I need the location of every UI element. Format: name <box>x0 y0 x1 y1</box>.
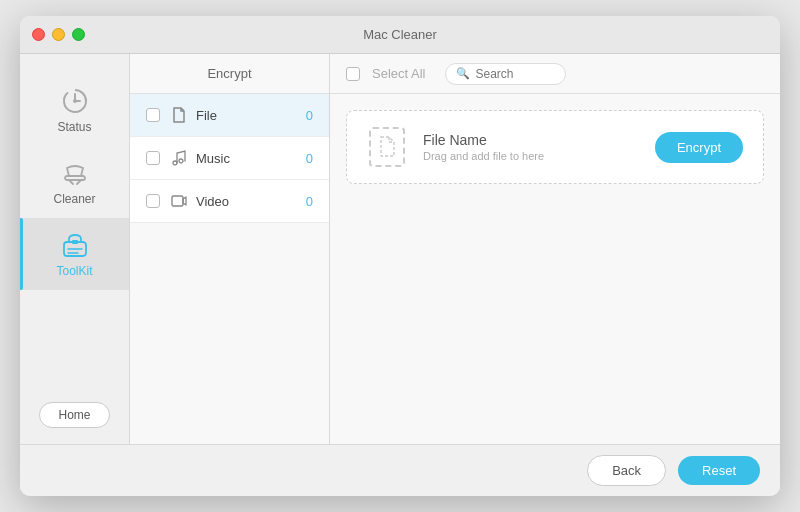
sidebar-status-label: Status <box>57 120 91 134</box>
file-dashed-icon <box>377 136 397 158</box>
main-layout: Status Cleaner <box>20 54 780 444</box>
category-item-file[interactable]: File 0 <box>130 94 329 137</box>
category-list: File 0 Music 0 <box>130 94 329 444</box>
svg-rect-4 <box>172 196 183 206</box>
music-checkbox[interactable] <box>146 151 160 165</box>
category-header-label: Encrypt <box>207 66 251 81</box>
titlebar: Mac Cleaner <box>20 16 780 54</box>
reset-button[interactable]: Reset <box>678 456 760 485</box>
active-indicator <box>20 218 23 290</box>
category-panel: Encrypt File 0 <box>130 54 330 444</box>
video-count: 0 <box>306 194 313 209</box>
video-icon <box>170 192 188 210</box>
category-item-video[interactable]: Video 0 <box>130 180 329 223</box>
music-count: 0 <box>306 151 313 166</box>
file-drop-area[interactable]: File Name Drag and add file to here Encr… <box>346 110 764 184</box>
search-icon: 🔍 <box>456 67 470 80</box>
video-checkbox[interactable] <box>146 194 160 208</box>
svg-rect-3 <box>72 240 78 244</box>
window-title: Mac Cleaner <box>363 27 437 42</box>
bottom-bar: Back Reset <box>20 444 780 496</box>
content-area: Select All 🔍 <box>330 54 780 444</box>
traffic-lights <box>32 28 85 41</box>
content-body: File Name Drag and add file to here Encr… <box>330 94 780 444</box>
search-box: 🔍 <box>445 63 566 85</box>
toolkit-icon <box>60 230 90 260</box>
select-all-checkbox[interactable] <box>346 67 360 81</box>
category-header: Encrypt <box>130 54 329 94</box>
file-icon-area <box>367 127 407 167</box>
video-category-name: Video <box>196 194 306 209</box>
sidebar-item-cleaner[interactable]: Cleaner <box>20 146 129 218</box>
svg-point-0 <box>73 99 77 103</box>
sidebar-cleaner-label: Cleaner <box>53 192 95 206</box>
sidebar-item-status[interactable]: Status <box>20 74 129 146</box>
file-count: 0 <box>306 108 313 123</box>
maximize-button[interactable] <box>72 28 85 41</box>
sidebar-toolkit-label: ToolKit <box>56 264 92 278</box>
file-info: File Name Drag and add file to here <box>423 132 639 162</box>
cleaner-icon <box>60 158 90 188</box>
app-window: Mac Cleaner Status <box>20 16 780 496</box>
svg-rect-1 <box>65 176 85 180</box>
file-placeholder-icon <box>369 127 405 167</box>
encrypt-button[interactable]: Encrypt <box>655 132 743 163</box>
select-all-label: Select All <box>372 66 425 81</box>
file-checkbox[interactable] <box>146 108 160 122</box>
file-hint-label: Drag and add file to here <box>423 150 639 162</box>
music-icon <box>170 149 188 167</box>
content-header: Select All 🔍 <box>330 54 780 94</box>
category-item-music[interactable]: Music 0 <box>130 137 329 180</box>
music-category-name: Music <box>196 151 306 166</box>
file-icon <box>170 106 188 124</box>
home-button[interactable]: Home <box>39 402 109 428</box>
back-button[interactable]: Back <box>587 455 666 486</box>
sidebar-item-toolkit[interactable]: ToolKit <box>20 218 129 290</box>
file-category-name: File <box>196 108 306 123</box>
sidebar: Status Cleaner <box>20 54 130 444</box>
file-name-label: File Name <box>423 132 639 148</box>
status-icon <box>60 86 90 116</box>
minimize-button[interactable] <box>52 28 65 41</box>
search-input[interactable] <box>475 67 555 81</box>
close-button[interactable] <box>32 28 45 41</box>
